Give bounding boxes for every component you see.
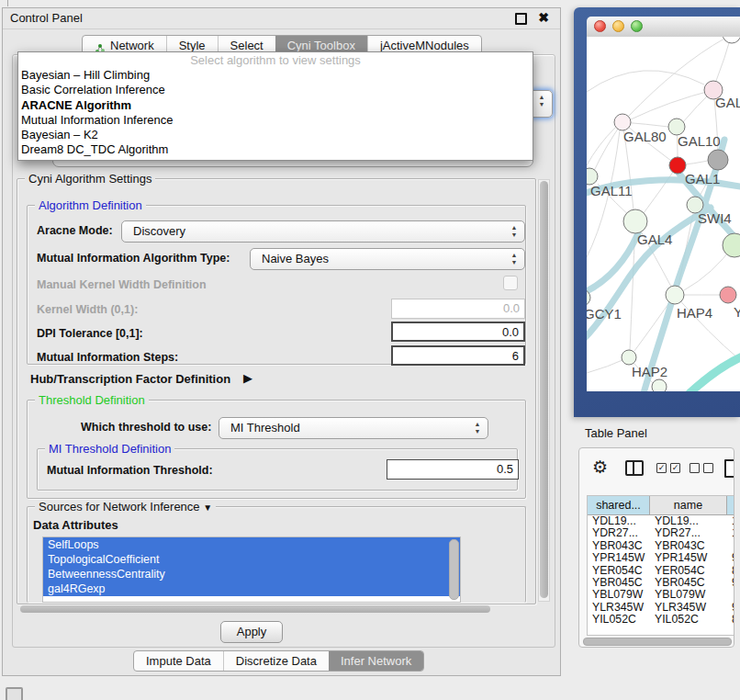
algorithm-option-dream8-dc-tdc-algorithm[interactable]: Dream8 DC_TDC Algorithm — [18, 142, 533, 157]
table-cell: YDR27... — [588, 527, 650, 539]
table-cell: 8. — [727, 565, 734, 577]
attribute-item-gal4rgexp[interactable]: gal4RGexp — [43, 581, 460, 596]
network-canvas[interactable]: GALGAL80GAL10GAL1GAL11SWI4GAL4HAP4YGCY1H… — [587, 37, 740, 391]
gear-icon[interactable]: ⚙ — [592, 457, 608, 478]
tab-discretize-data[interactable]: Discretize Data — [223, 651, 329, 671]
table-cell: YER054C — [650, 565, 727, 577]
table-panel: ⚙ ✓✓ shared...name YDL19...YDL19...13YDR… — [578, 447, 734, 648]
table-cell: YBR043C — [588, 540, 650, 552]
manual-kernel-checkbox[interactable] — [503, 276, 518, 290]
list-scrollbar[interactable] — [449, 539, 459, 600]
settings-group-title: Cyni Algorithm Settings — [25, 172, 155, 186]
table-cell: YPR145W — [588, 552, 650, 564]
network-icon — [95, 40, 106, 51]
which-threshold-label: Which threshold to use: — [81, 421, 211, 434]
table-cell: 8. — [727, 614, 734, 626]
table-row[interactable]: YBR043CYBR043C — [588, 540, 734, 552]
column-header-name[interactable]: name — [650, 496, 727, 514]
table-cell: YPR145W — [650, 552, 727, 564]
attribute-item-selfloops[interactable]: SelfLoops — [43, 537, 460, 552]
table-row[interactable]: YBR045CYBR045C9. — [588, 577, 734, 589]
sources-group: Sources for Network Inference ▼ Data Att… — [27, 506, 526, 603]
column-header-shared-[interactable]: shared... — [588, 496, 650, 514]
close-icon[interactable]: ✖ — [538, 10, 549, 25]
aracne-mode-label: Aracne Mode: — [37, 224, 113, 237]
table-cell: 9. — [727, 602, 734, 614]
minimize-traffic-light[interactable] — [612, 20, 624, 32]
network-node-hap4[interactable] — [666, 286, 684, 304]
table-cell: YBL079W — [588, 589, 650, 601]
apply-button[interactable]: Apply — [220, 621, 283, 643]
expand-arrow-icon[interactable]: ▶ — [243, 371, 252, 385]
mi-threshold-field[interactable]: 0.5 — [387, 459, 519, 480]
network-node[interactable] — [723, 233, 740, 257]
which-threshold-combo[interactable]: MI Threshold ▲▼ — [219, 417, 488, 439]
network-node-gal4[interactable] — [623, 209, 647, 233]
aracne-mode-combo[interactable]: Discovery ▲▼ — [121, 220, 525, 243]
network-node-gal1[interactable] — [669, 157, 686, 174]
spinner-arrows-icon: ▲▼ — [472, 421, 483, 435]
sources-title[interactable]: Sources for Network Inference ▼ — [35, 500, 216, 514]
panel-corner-icon[interactable] — [6, 687, 23, 700]
table-cell: YBR045C — [650, 577, 727, 589]
node-label: GCY1 — [587, 306, 622, 322]
table-cell: YDL19... — [650, 515, 727, 527]
dpi-tolerance-field[interactable]: 0.0 — [391, 322, 525, 342]
algorithm-option-bayesian-hill-climbing[interactable]: Bayesian – Hill Climbing — [18, 68, 533, 83]
node-label: GAL10 — [678, 133, 721, 149]
table-cell: YLR345W — [650, 602, 727, 614]
tab-infer-network[interactable]: Infer Network — [329, 651, 423, 671]
table-cell: YDL19... — [588, 515, 650, 527]
cyni-algorithm-settings-group: Cyni Algorithm Settings Algorithm Defini… — [17, 178, 536, 604]
close-traffic-light[interactable] — [594, 20, 606, 32]
table-cell: YIL052C — [588, 614, 650, 626]
kernel-width-field[interactable]: 0.0 — [391, 299, 525, 319]
tab-impute-data[interactable]: Impute Data — [134, 651, 223, 671]
network-node[interactable] — [708, 150, 728, 170]
bottom-tabs: Impute DataDiscretize DataInfer Network — [133, 650, 424, 672]
network-node-hap2[interactable] — [622, 350, 636, 365]
attribute-item-betweennesscentrality[interactable]: BetweennessCentrality — [43, 567, 460, 581]
table-row[interactable]: YDR27...YDR27...12 — [588, 527, 734, 539]
deselect-all-icon[interactable] — [690, 463, 713, 473]
zoom-traffic-light[interactable] — [631, 20, 643, 32]
settings-vscrollbar[interactable] — [538, 179, 550, 602]
column-header-hidden[interactable] — [727, 496, 734, 514]
page-icon[interactable] — [724, 459, 734, 478]
algorithm-option-mutual-information-inference[interactable]: Mutual Information Inference — [18, 113, 533, 128]
network-node[interactable] — [652, 379, 667, 391]
algorithm-dropdown: Select algorithm to view settings Bayesi… — [17, 51, 533, 161]
settings-hscrollbar[interactable] — [20, 605, 490, 613]
table-row[interactable]: YER054CYER054C8. — [588, 565, 734, 577]
network-edge-mint — [690, 356, 740, 391]
table-row[interactable]: YBL079WYBL079W — [588, 589, 734, 601]
algorithm-option-bayesian-k2[interactable]: Bayesian – K2 — [18, 128, 533, 142]
table-hscrollbar[interactable] — [583, 638, 732, 646]
table-row[interactable]: YIL052CYIL052C8. — [588, 614, 734, 626]
table-row[interactable]: YPR145WYPR145W9. — [588, 552, 734, 564]
mi-steps-field[interactable]: 6 — [391, 345, 525, 366]
window-edge-tick — [7, 0, 8, 6]
network-node-y[interactable] — [720, 287, 736, 303]
hub-definition-label[interactable]: Hub/Transcription Factor Definition — [30, 372, 230, 386]
table-cell — [727, 589, 734, 601]
which-threshold-value: MI Threshold — [230, 421, 300, 435]
mi-type-combo[interactable]: Naive Bayes ▲▼ — [250, 248, 525, 270]
node-label: SWI4 — [698, 210, 732, 226]
data-attributes-list[interactable]: SelfLoopsTopologicalCoefficientBetweenne… — [42, 536, 461, 603]
algorithm-option-aracne-algorithm[interactable]: ARACNE Algorithm — [18, 98, 533, 113]
select-all-icon[interactable]: ✓✓ — [656, 463, 680, 473]
table-cell: YBR043C — [650, 540, 727, 552]
algorithm-option-basic-correlation-inference[interactable]: Basic Correlation Inference — [18, 83, 533, 97]
network-window-titlebar[interactable] — [587, 17, 740, 38]
columns-icon[interactable] — [625, 460, 644, 476]
float-window-icon[interactable] — [515, 13, 527, 25]
attribute-item-topologicalcoefficient[interactable]: TopologicalCoefficient — [43, 552, 460, 567]
table-row[interactable]: YLR345WYLR345W9. — [588, 602, 734, 614]
table-cell: YBL079W — [650, 589, 727, 601]
network-node[interactable] — [723, 37, 740, 43]
mi-type-label: Mutual Information Algorithm Type: — [37, 252, 230, 265]
node-label: HAP4 — [677, 305, 712, 321]
table-row[interactable]: YDL19...YDL19...13 — [588, 515, 734, 527]
threshold-definition-group: Threshold Definition Which threshold to … — [27, 400, 526, 499]
